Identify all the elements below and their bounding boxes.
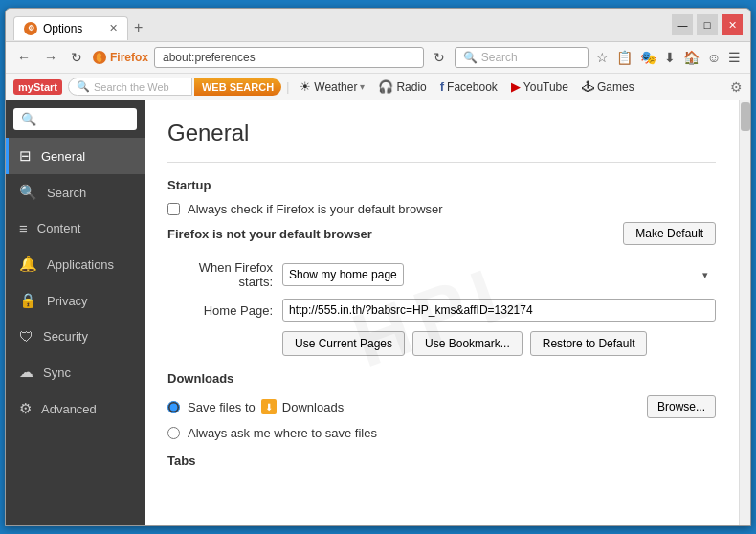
when-starts-row: When Firefox starts: Show my home page: [167, 260, 716, 289]
tabs-section: Tabs: [167, 454, 716, 468]
browser-window: ⚙ Options ✕ + — □ ✕ ← → ↻ Firefox about:…: [5, 8, 751, 526]
nav-reload-btn[interactable]: ↻: [430, 48, 449, 67]
download-icon[interactable]: ⬇: [662, 48, 678, 67]
sidebar-content-label: Content: [37, 221, 81, 235]
radio-icon: 🎧: [378, 79, 393, 94]
use-bookmark-button[interactable]: Use Bookmark...: [412, 331, 523, 356]
sidebar-general-label: General: [41, 149, 85, 164]
close-button[interactable]: ✕: [722, 14, 743, 35]
downloads-section: Downloads Save files to ⬇ Downloads Brow…: [167, 371, 716, 440]
firefox-icon: [92, 50, 107, 65]
save-files-radio[interactable]: [167, 401, 180, 413]
use-current-pages-button[interactable]: Use Current Pages: [282, 331, 405, 356]
bookmark-separator: |: [286, 80, 289, 94]
bookmark-facebook[interactable]: f Facebook: [434, 78, 503, 96]
firefox-badge[interactable]: Firefox: [92, 50, 148, 65]
sidebar-item-advanced[interactable]: ⚙ Advanced: [6, 390, 145, 427]
when-starts-label: When Firefox starts:: [167, 260, 282, 289]
sidebar-search-icon: 🔍: [21, 112, 36, 126]
content-panel: General Startup Always check if Firefox …: [145, 100, 739, 525]
smiley-icon[interactable]: ☺: [705, 48, 723, 67]
sidebar-search-input[interactable]: [41, 112, 129, 126]
home-page-row: Home Page:: [167, 299, 716, 322]
sidebar-item-applications[interactable]: 🔔 Applications: [6, 246, 145, 282]
reading-mode-icon[interactable]: 📋: [614, 48, 634, 67]
sidebar-sync-label: Sync: [43, 366, 71, 380]
security-icon: 🛡: [19, 328, 33, 345]
sidebar-item-privacy[interactable]: 🔒 Privacy: [6, 282, 145, 319]
sidebar-nav: ⊟ General 🔍 Search ≡ Content 🔔 Applicati…: [6, 138, 145, 525]
downloads-folder-icon: ⬇: [261, 399, 277, 414]
sidebar-privacy-label: Privacy: [47, 294, 88, 308]
save-files-row: Save files to ⬇ Downloads Browse...: [167, 395, 716, 418]
scrollbar[interactable]: [739, 100, 750, 525]
tabs-heading: Tabs: [167, 454, 716, 468]
tab-close-btn[interactable]: ✕: [109, 22, 118, 34]
not-default-text: Firefox is not your default browser: [167, 227, 372, 241]
save-files-label: Save files to ⬇ Downloads: [188, 399, 344, 414]
sidebar-item-sync[interactable]: ☁ Sync: [6, 354, 145, 390]
startup-heading: Startup: [167, 178, 716, 192]
home-icon[interactable]: 🏠: [681, 48, 701, 67]
bookmark-youtube[interactable]: ▶ YouTube: [505, 78, 574, 96]
downloads-heading: Downloads: [167, 371, 716, 386]
always-ask-radio[interactable]: [167, 427, 180, 439]
always-ask-row: Always ask me where to save files: [167, 426, 716, 440]
sidebar: 🔍 ⊟ General 🔍 Search ≡ Content: [6, 100, 145, 525]
sidebar-search-input-wrap[interactable]: 🔍: [13, 108, 137, 130]
minimize-button[interactable]: —: [672, 14, 693, 35]
facebook-icon: f: [440, 79, 444, 94]
url-text: about:preferences: [163, 51, 256, 64]
new-tab-button[interactable]: +: [128, 19, 148, 36]
browser-tab[interactable]: ⚙ Options ✕: [13, 16, 128, 40]
reload-button[interactable]: ↻: [67, 48, 86, 67]
tab-favicon: ⚙: [24, 22, 37, 35]
sidebar-security-label: Security: [43, 329, 88, 344]
general-icon: ⊟: [19, 147, 32, 165]
web-search-button[interactable]: WEB SEARCH: [194, 78, 281, 96]
maximize-button[interactable]: □: [697, 14, 718, 35]
sidebar-item-search[interactable]: 🔍 Search: [6, 174, 145, 211]
mystart-logo[interactable]: myStart: [13, 79, 62, 95]
home-page-input[interactable]: [282, 299, 716, 322]
menu-icon[interactable]: ☰: [726, 48, 743, 67]
check-default-label: Always check if Firefox is your default …: [188, 202, 443, 216]
bookmark-bar: myStart 🔍 Search the Web WEB SEARCH | ☀ …: [6, 74, 750, 100]
bookmark-radio[interactable]: 🎧 Radio: [372, 78, 432, 96]
back-button[interactable]: ←: [13, 48, 34, 67]
bookmark-weather-label: Weather: [314, 80, 357, 94]
search-icon: 🔍: [463, 51, 478, 64]
bookmark-games[interactable]: 🕹 Games: [576, 78, 640, 96]
weather-icon: ☀: [300, 79, 311, 94]
startup-section: Startup Always check if Firefox is your …: [167, 178, 716, 245]
sidebar-item-security[interactable]: 🛡 Security: [6, 319, 145, 354]
sidebar-item-general[interactable]: ⊟ General: [6, 138, 145, 174]
mystart-search-box[interactable]: 🔍 Search the Web: [68, 78, 192, 96]
scrollbar-thumb[interactable]: [741, 102, 750, 131]
tab-title: Options: [43, 22, 82, 35]
sidebar-item-content[interactable]: ≡ Content: [6, 211, 145, 246]
applications-icon: 🔔: [19, 256, 37, 273]
games-icon: 🕹: [582, 79, 594, 94]
firefox-label: Firefox: [110, 51, 148, 64]
check-default-checkbox[interactable]: [167, 203, 180, 215]
content-icon: ≡: [19, 220, 28, 236]
nav-search-bar[interactable]: 🔍 Search: [455, 47, 589, 68]
make-default-button[interactable]: Make Default: [623, 222, 716, 245]
url-bar[interactable]: about:preferences: [154, 47, 424, 68]
bookmark-weather[interactable]: ☀ Weather ▾: [294, 78, 370, 96]
save-files-text: Save files to: [188, 400, 256, 414]
restore-default-button[interactable]: Restore to Default: [530, 331, 648, 356]
browse-button[interactable]: Browse...: [647, 395, 716, 418]
bookmark-star-icon[interactable]: ☆: [594, 48, 611, 67]
title-bar: ⚙ Options ✕ + — □ ✕: [6, 9, 750, 42]
mystart-search-icon: 🔍: [77, 80, 90, 93]
pocket-icon[interactable]: 🎭: [638, 48, 658, 67]
forward-button[interactable]: →: [40, 48, 61, 67]
when-starts-select[interactable]: Show my home page: [282, 263, 404, 286]
sync-icon: ☁: [19, 364, 33, 381]
always-ask-label: Always ask me where to save files: [188, 426, 377, 440]
sidebar-advanced-label: Advanced: [41, 402, 97, 416]
bookmark-settings-button[interactable]: ⚙: [730, 79, 743, 95]
sidebar-search-label: Search: [47, 186, 86, 200]
